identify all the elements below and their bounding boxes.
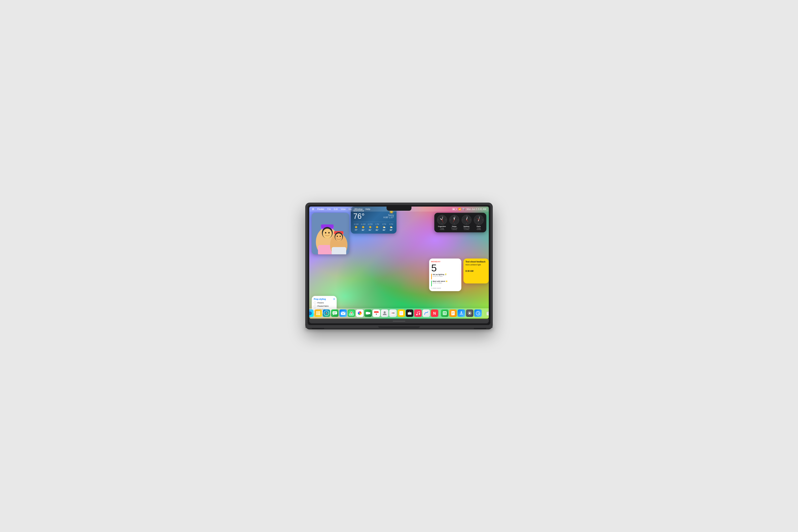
cal-more: 1 more event	[431, 287, 459, 289]
clock-sydney: Sydney Tomorrow +17HRS	[461, 215, 472, 230]
dock-messages[interactable]	[331, 309, 339, 317]
svg-rect-106	[443, 312, 444, 313]
svg-line-122	[469, 314, 469, 315]
weather-hour-5: 3 PM ⛅ 88°	[388, 223, 394, 231]
cal-event-time-0: 12:00–12:30pm	[433, 276, 459, 277]
dock-numbers[interactable]	[441, 309, 449, 317]
svg-rect-62	[316, 313, 317, 314]
svg-rect-88	[374, 312, 379, 313]
svg-point-6	[323, 229, 332, 239]
laptop-base	[305, 325, 493, 328]
svg-point-46	[466, 220, 467, 220]
dock-launchpad[interactable]	[315, 309, 322, 317]
menu-edit[interactable]: Edit	[334, 208, 338, 210]
apple-logo-icon[interactable]: ⌘	[312, 208, 315, 211]
cal-event-bar-1	[431, 281, 432, 286]
clock-paris-day: Today	[473, 227, 484, 229]
dock-contacts[interactable]	[381, 309, 388, 317]
svg-rect-100	[408, 312, 412, 315]
clock-face-tokyo	[449, 215, 459, 225]
dock-music[interactable]	[414, 309, 422, 317]
calendar-widget: MONDAY 5 Set up lighting 💡 12:00–12:30pm	[429, 259, 461, 291]
dock-news[interactable]: N	[431, 309, 438, 317]
dock-facetime[interactable]	[364, 309, 372, 317]
svg-line-125	[478, 313, 479, 314]
svg-rect-91	[391, 311, 395, 315]
clock-paris-offset: +9HRS	[473, 229, 484, 230]
svg-rect-67	[319, 314, 320, 315]
svg-text:N: N	[433, 311, 436, 316]
dock-systemsettings[interactable]	[466, 309, 473, 317]
dock-reminders[interactable]	[389, 309, 397, 317]
dock-notes[interactable]	[398, 309, 405, 317]
svg-rect-18	[332, 247, 346, 254]
weather-hilo: H:88° L:57°	[383, 216, 394, 218]
dock-maps[interactable]	[348, 309, 355, 317]
menubar-right: 📶 🔍 Mon Jun 5 9:41 AM	[452, 208, 486, 210]
notes-title: Test shoot feedback	[466, 261, 487, 263]
cal-event-info-0: Set up lighting 💡 12:00–12:30pm	[433, 273, 459, 277]
dock-dot-finder	[309, 317, 310, 318]
dock-finder[interactable]: 🔵	[309, 309, 314, 317]
photo-svg	[312, 213, 349, 254]
svg-point-90	[384, 311, 386, 314]
clock-face-cupertino	[437, 215, 447, 225]
reminder-item-1: Pleated fabric	[314, 305, 335, 307]
svg-rect-109	[445, 314, 446, 315]
svg-text:🔵: 🔵	[309, 311, 312, 315]
svg-point-103	[419, 314, 420, 315]
svg-rect-126	[487, 312, 489, 315]
svg-point-8	[328, 232, 329, 233]
svg-point-81	[351, 312, 352, 314]
dock-photos[interactable]	[356, 309, 363, 317]
svg-point-92	[392, 312, 392, 313]
dock-pages[interactable]	[449, 309, 457, 317]
clock-sydney-day: Tomorrow	[461, 227, 472, 229]
menu-window[interactable]: Window	[355, 208, 363, 210]
svg-rect-59	[316, 311, 317, 312]
svg-rect-127	[486, 312, 489, 312]
menu-file[interactable]: File	[327, 208, 331, 210]
menu-view[interactable]: View	[341, 208, 346, 210]
weather-hour-4: 2 PM ⛅ 85°	[381, 223, 387, 231]
svg-point-15	[335, 233, 342, 241]
dock-safari[interactable]	[323, 309, 330, 317]
dock-freeform[interactable]	[422, 309, 430, 317]
weather-condition: Sunny	[383, 214, 394, 216]
svg-rect-108	[443, 314, 444, 315]
cal-event-0: Set up lighting 💡 12:00–12:30pm	[431, 273, 459, 280]
cal-event-title-0: Set up lighting 💡	[433, 273, 459, 276]
menu-help[interactable]: Help	[365, 208, 370, 210]
dock-trash[interactable]	[484, 309, 489, 317]
laptop-outer: ⌘ Finder File Edit View Go Window Help	[305, 203, 493, 329]
svg-rect-66	[318, 314, 319, 315]
dock-calendar[interactable]: 5	[373, 309, 380, 317]
svg-line-120	[471, 314, 471, 315]
svg-rect-128	[488, 311, 489, 312]
dock-appstore[interactable]	[458, 309, 465, 317]
dock-screentime[interactable]	[474, 309, 482, 317]
dock-mail[interactable]	[339, 309, 347, 317]
weather-hour-0: 10 AM ☀️ 77°	[353, 223, 359, 231]
clock-cupertino-offset: +0HRS	[436, 229, 448, 230]
clock-cupertino-city: Cupertino	[436, 226, 448, 227]
notes-subtitle: More ambient light	[466, 264, 487, 266]
photo-widget	[312, 213, 349, 254]
laptop-foot-left	[312, 328, 324, 329]
cal-event-1: Meet with talent 🌟 12:30–1:00pm	[431, 280, 459, 286]
svg-point-37	[454, 220, 455, 220]
svg-rect-63	[318, 313, 319, 314]
menu-go[interactable]: Go	[348, 208, 352, 210]
desktop: ⌘ Finder File Edit View Go Window Help	[309, 207, 489, 319]
svg-point-28	[442, 220, 442, 220]
dock-appletv[interactable]	[406, 309, 413, 317]
svg-point-94	[392, 314, 392, 314]
svg-text:5: 5	[376, 313, 377, 315]
reminders-header: Prop styling 3	[314, 298, 335, 300]
laptop-foot-right	[474, 328, 486, 329]
menu-finder[interactable]: Finder	[317, 208, 324, 210]
search-icon[interactable]: 🔍	[462, 208, 465, 210]
reminder-text-0: Flowers	[317, 302, 324, 304]
trackpad-notch	[393, 321, 405, 322]
weather-temp: 76°	[353, 213, 364, 220]
